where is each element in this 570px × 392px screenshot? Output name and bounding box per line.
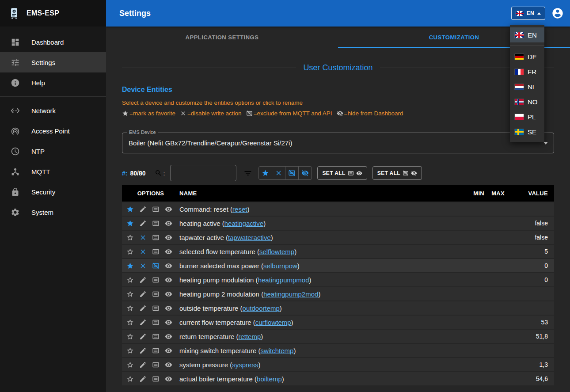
- entity-name[interactable]: current flow temperature (curflowtemp): [179, 319, 463, 326]
- disable-write-toggle[interactable]: [139, 304, 147, 312]
- language-menu-item[interactable]: SE: [510, 124, 544, 139]
- favorite-toggle[interactable]: [126, 219, 134, 227]
- table-row[interactable]: selected flow temperature (selflowtemp) …: [122, 245, 554, 258]
- language-menu-item[interactable]: NO: [510, 94, 544, 109]
- hide-toggle[interactable]: [164, 262, 172, 270]
- sidebar-item-help[interactable]: Help: [0, 72, 106, 93]
- favorite-toggle[interactable]: [126, 290, 134, 298]
- hide-toggle[interactable]: [164, 361, 172, 369]
- entity-code-link[interactable]: rettemp: [238, 333, 261, 340]
- disable-write-toggle[interactable]: [139, 318, 147, 326]
- table-row[interactable]: heating pump 2 modulation (heatingpump2m…: [122, 287, 554, 301]
- hide-toggle[interactable]: [164, 233, 172, 241]
- entity-code-link[interactable]: heatingpump2mod: [263, 290, 318, 298]
- favorite-toggle[interactable]: [126, 304, 134, 312]
- exclude-mqtt-toggle[interactable]: [152, 304, 160, 312]
- entity-name[interactable]: system pressure (syspress): [179, 361, 463, 369]
- entity-name[interactable]: tapwater active (tapwateractive): [179, 234, 463, 241]
- hide-toggle[interactable]: [164, 318, 172, 326]
- exclude-mqtt-toggle[interactable]: [152, 318, 160, 326]
- entity-name[interactable]: return temperature (rettemp): [179, 333, 463, 340]
- hide-toggle[interactable]: [164, 375, 172, 383]
- disable-write-toggle[interactable]: [139, 290, 147, 298]
- favorite-toggle[interactable]: [126, 332, 134, 340]
- entity-name[interactable]: burner selected max power (selburnpow): [179, 262, 463, 270]
- entity-code-link[interactable]: tapwateractive: [228, 234, 271, 241]
- disable-write-toggle[interactable]: [139, 346, 147, 354]
- favorite-toggle[interactable]: [126, 247, 134, 255]
- table-row[interactable]: heating active (heatingactive) false: [122, 217, 554, 230]
- set-all-visible-button[interactable]: SET ALL: [317, 166, 367, 180]
- sidebar-item-network[interactable]: Network: [0, 100, 106, 121]
- language-menu-item[interactable]: NL: [510, 79, 544, 94]
- entity-code-link[interactable]: curflowtemp: [255, 319, 291, 326]
- entity-name[interactable]: mixing switch temperature (switchtemp): [179, 347, 463, 354]
- exclude-mqtt-toggle[interactable]: [152, 375, 160, 383]
- hide-toggle[interactable]: [164, 304, 172, 312]
- table-row[interactable]: return temperature (rettemp) 51,8: [122, 330, 554, 343]
- entity-name[interactable]: actual boiler temperature (boiltemp): [179, 375, 463, 383]
- entity-code-link[interactable]: outdoortemp: [243, 304, 280, 312]
- entity-code-link[interactable]: heatingpumpmod: [258, 276, 309, 284]
- sidebar-item-settings[interactable]: Settings: [0, 52, 106, 72]
- favorite-toggle[interactable]: [126, 375, 134, 383]
- exclude-mqtt-toggle[interactable]: [152, 233, 160, 241]
- disable-write-toggle[interactable]: [139, 375, 147, 383]
- entity-code-link[interactable]: boiltemp: [257, 375, 282, 383]
- sidebar-item-dashboard[interactable]: Dashboard: [0, 32, 106, 52]
- favorite-toggle[interactable]: [126, 262, 134, 270]
- table-row[interactable]: burner selected max power (selburnpow) 0: [122, 259, 554, 272]
- entity-code-link[interactable]: heatingactive: [224, 220, 263, 227]
- filter-favorite-toggle[interactable]: [258, 166, 272, 180]
- filter-hidden-toggle[interactable]: [298, 166, 312, 180]
- entity-name[interactable]: outside temperature (outdoortemp): [179, 304, 463, 312]
- table-row[interactable]: mixing switch temperature (switchtemp): [122, 344, 554, 357]
- disable-write-toggle[interactable]: [139, 219, 147, 227]
- table-row[interactable]: tapwater active (tapwateractive) false: [122, 231, 554, 244]
- ems-device-select[interactable]: EMS Device Boiler (Nefit GBx72/Trendline…: [122, 133, 554, 153]
- disable-write-toggle[interactable]: [139, 247, 147, 255]
- exclude-mqtt-toggle[interactable]: [152, 205, 160, 213]
- favorite-toggle[interactable]: [126, 205, 134, 213]
- language-menu-item[interactable]: PL: [510, 109, 544, 124]
- entity-code-link[interactable]: syspress: [232, 361, 258, 369]
- search-input[interactable]: [170, 165, 236, 181]
- language-menu-item[interactable]: FR: [510, 64, 544, 79]
- filter-exclude-mqtt-toggle[interactable]: [285, 166, 299, 180]
- hide-toggle[interactable]: [164, 247, 172, 255]
- sidebar-item-system[interactable]: System: [0, 202, 106, 222]
- sidebar-item-access-point[interactable]: Access Point: [0, 121, 106, 141]
- favorite-toggle[interactable]: [126, 276, 134, 284]
- entity-code-link[interactable]: reset: [232, 206, 247, 213]
- favorite-toggle[interactable]: [126, 233, 134, 241]
- sidebar-item-ntp[interactable]: NTP: [0, 141, 106, 161]
- table-row[interactable]: outside temperature (outdoortemp): [122, 301, 554, 315]
- exclude-mqtt-toggle[interactable]: [152, 332, 160, 340]
- entity-code-link[interactable]: selburnpow: [263, 262, 297, 270]
- exclude-mqtt-toggle[interactable]: [152, 219, 160, 227]
- filter-disable-write-toggle[interactable]: [272, 166, 285, 180]
- table-row[interactable]: system pressure (syspress) 1,3: [122, 358, 554, 371]
- disable-write-toggle[interactable]: [139, 205, 147, 213]
- entity-name[interactable]: heating active (heatingactive): [179, 220, 463, 227]
- table-row[interactable]: Command: reset (reset): [122, 202, 554, 216]
- hide-toggle[interactable]: [164, 332, 172, 340]
- entity-name[interactable]: heating pump 2 modulation (heatingpump2m…: [179, 290, 463, 298]
- entity-code-link[interactable]: switchtemp: [260, 347, 293, 354]
- hide-toggle[interactable]: [164, 219, 172, 227]
- table-row[interactable]: actual boiler temperature (boiltemp) 54,…: [122, 372, 554, 385]
- favorite-toggle[interactable]: [126, 346, 134, 354]
- favorite-toggle[interactable]: [126, 361, 134, 369]
- hide-toggle[interactable]: [164, 276, 172, 284]
- disable-write-toggle[interactable]: [139, 332, 147, 340]
- entity-code-link[interactable]: selflowtemp: [259, 248, 294, 255]
- hide-toggle[interactable]: [164, 290, 172, 298]
- hide-toggle[interactable]: [164, 346, 172, 354]
- sidebar-item-security[interactable]: Security: [0, 182, 106, 202]
- table-row[interactable]: heating pump modulation (heatingpumpmod)…: [122, 273, 554, 286]
- exclude-mqtt-toggle[interactable]: [152, 361, 160, 369]
- account-button[interactable]: [551, 7, 564, 19]
- exclude-mqtt-toggle[interactable]: [152, 290, 160, 298]
- table-row[interactable]: current flow temperature (curflowtemp) 5…: [122, 316, 554, 329]
- language-button[interactable]: EN: [511, 7, 545, 20]
